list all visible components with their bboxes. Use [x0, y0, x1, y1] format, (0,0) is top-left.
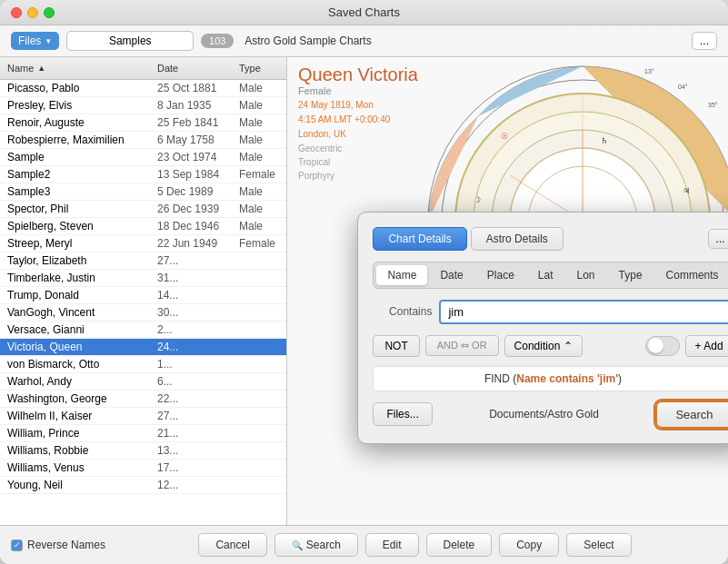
tab-chart-details[interactable]: Chart Details [373, 227, 466, 251]
delete-button[interactable]: Delete [426, 533, 493, 557]
table-row[interactable]: Spector, Phil 26 Dec 1939 Male [0, 201, 286, 218]
reverse-names-container: ✓ Reverse Names [11, 539, 105, 551]
find-highlight-text: Name contains 'jim' [516, 372, 618, 385]
chart-list: Picasso, Pablo 25 Oct 1881 Male Presley,… [0, 80, 286, 525]
table-row[interactable]: Presley, Elvis 8 Jan 1935 Male [0, 97, 286, 114]
toolbar: Files ▼ Samples 103 Astro Gold Sample Ch… [0, 25, 728, 57]
edit-button[interactable]: Edit [365, 533, 419, 557]
table-row[interactable]: Versace, Gianni 2... [0, 322, 286, 339]
title-bar: Saved Charts [0, 0, 728, 25]
reverse-names-label: Reverse Names [27, 539, 105, 551]
maximize-button[interactable] [44, 7, 55, 18]
sort-arrow-icon: ▲ [37, 64, 45, 73]
field-tabs: Name Date Place Lat Lon Type Comments [373, 262, 728, 289]
more-button[interactable]: ... [692, 32, 717, 50]
find-label: FIND (Name contains 'jim') [373, 366, 728, 391]
files-dialog-button[interactable]: Files... [373, 402, 432, 426]
files-button[interactable]: Files ▼ [11, 32, 59, 50]
cancel-button[interactable]: Cancel [198, 533, 266, 557]
table-row[interactable]: Sample2 13 Sep 1984 Female [0, 166, 286, 183]
window-title: Saved Charts [328, 5, 400, 19]
not-button[interactable]: NOT [373, 335, 419, 357]
header-name[interactable]: Name ▲ [0, 61, 150, 75]
close-button[interactable] [11, 7, 22, 18]
samples-label: Samples [66, 31, 194, 51]
contains-label: Contains [373, 305, 432, 318]
minimize-button[interactable] [27, 7, 38, 18]
field-tab-lat[interactable]: Lat [527, 265, 564, 285]
table-row[interactable]: Wilhelm II, Kaiser 27... [0, 408, 286, 425]
main-content: Name ▲ Date Type Picasso, Pablo 25 Oct 1… [0, 57, 728, 525]
search-dialog: Chart Details Astro Details ... Name Dat… [357, 212, 728, 444]
table-row[interactable]: Williams, Robbie 13... [0, 442, 286, 460]
and-or-button[interactable]: AND ⇔ OR [425, 335, 499, 356]
table-row[interactable]: Sample3 5 Dec 1989 Male [0, 183, 286, 201]
dropdown-arrow-icon: ▼ [45, 37, 52, 45]
field-tab-name[interactable]: Name [376, 265, 427, 285]
table-row[interactable]: Renoir, Auguste 25 Feb 1841 Male [0, 114, 286, 132]
astro-gold-label: Astro Gold Sample Charts [241, 35, 684, 47]
field-tab-type[interactable]: Type [608, 265, 653, 285]
table-row[interactable]: Williams, Venus 17... [0, 460, 286, 477]
field-tab-comments[interactable]: Comments [655, 265, 728, 285]
table-row[interactable]: Taylor, Elizabeth 27... [0, 252, 286, 270]
list-header: Name ▲ Date Type [0, 57, 286, 80]
filepath-row: Files... Documents/Astro Gold Search [373, 401, 728, 429]
select-button[interactable]: Select [566, 533, 631, 557]
chart-display-panel: Queen Victoria Female 24 May 1819, Mon 4… [287, 57, 728, 525]
bottom-bar: ✓ Reverse Names Cancel 🔍 Search Edit Del… [0, 525, 728, 564]
main-window: Saved Charts Files ▼ Samples 103 Astro G… [0, 0, 728, 564]
toggle-knob [648, 338, 663, 353]
count-badge: 103 [201, 34, 234, 48]
search-dialog-button[interactable]: Search [655, 401, 728, 429]
dialog-overlay: Chart Details Astro Details ... Name Dat… [287, 57, 728, 525]
table-row[interactable]: Spielberg, Steven 18 Dec 1946 Male [0, 218, 286, 235]
table-row[interactable]: Picasso, Pablo 25 Oct 1881 Male [0, 80, 286, 97]
table-row[interactable]: Sample 23 Oct 1974 Male [0, 149, 286, 166]
table-row[interactable]: Trump, Donald 14... [0, 287, 286, 304]
contains-row: Contains [373, 300, 728, 324]
dialog-more-button[interactable]: ... [708, 229, 728, 249]
toggle-button[interactable] [645, 336, 680, 356]
dialog-tabs: Chart Details Astro Details ... [373, 227, 728, 251]
field-tab-date[interactable]: Date [429, 265, 474, 285]
reverse-names-checkbox[interactable]: ✓ [11, 539, 23, 551]
table-row[interactable]: Robespierre, Maximilien 6 May 1758 Male [0, 132, 286, 149]
contains-input[interactable] [439, 300, 728, 324]
bottom-buttons: Cancel 🔍 Search Edit Delete Copy Select [113, 533, 717, 557]
tab-astro-details[interactable]: Astro Details [471, 227, 563, 251]
condition-row: NOT AND ⇔ OR Condition ⌃ + Add [373, 335, 728, 357]
header-date[interactable]: Date [150, 61, 232, 75]
condition-dropdown[interactable]: Condition ⌃ [504, 335, 583, 357]
table-row[interactable]: Timberlake, Justin 31... [0, 270, 286, 287]
field-tab-place[interactable]: Place [476, 265, 525, 285]
table-row[interactable]: William, Prince 21... [0, 425, 286, 442]
table-row[interactable]: Washington, George 22... [0, 391, 286, 408]
add-button[interactable]: + Add [685, 335, 728, 357]
field-tab-lon[interactable]: Lon [566, 265, 606, 285]
chart-list-panel: Name ▲ Date Type Picasso, Pablo 25 Oct 1… [0, 57, 287, 525]
search-button[interactable]: 🔍 Search [274, 533, 358, 557]
table-row[interactable]: Victoria, Queen 24... [0, 339, 286, 356]
copy-button[interactable]: Copy [499, 533, 559, 557]
table-row[interactable]: Young, Neil 12... [0, 477, 286, 494]
table-row[interactable]: von Bismarck, Otto 1... [0, 356, 286, 373]
traffic-lights [11, 7, 55, 18]
table-row[interactable]: Streep, Meryl 22 Jun 1949 Female [0, 235, 286, 252]
table-row[interactable]: Warhol, Andy 6... [0, 373, 286, 391]
header-type[interactable]: Type [232, 61, 286, 75]
search-icon: 🔍 [292, 540, 303, 550]
chevron-icon: ⌃ [563, 340, 573, 352]
filepath-label: Documents/Astro Gold [440, 408, 649, 421]
table-row[interactable]: VanGogh, Vincent 30... [0, 304, 286, 322]
